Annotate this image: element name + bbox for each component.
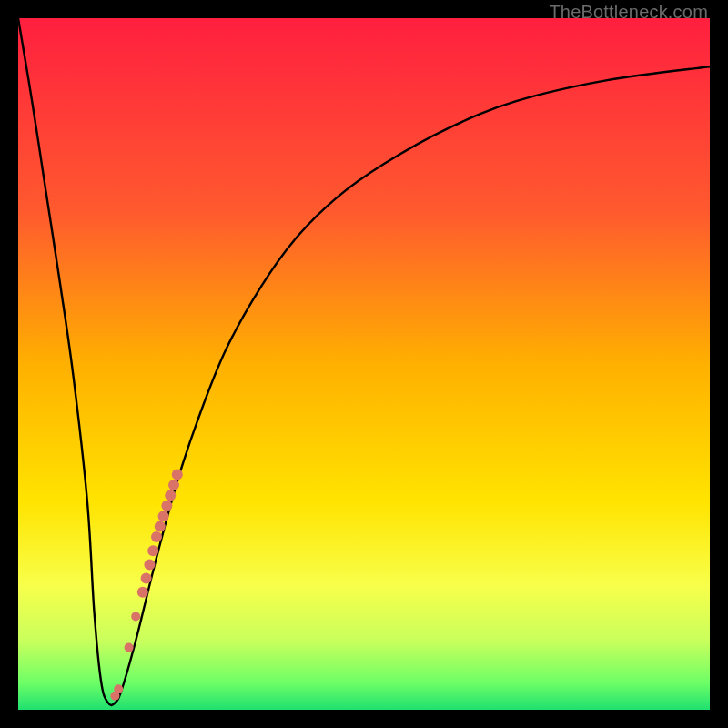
marker-point xyxy=(114,684,123,693)
marker-point xyxy=(147,545,158,556)
marker-point xyxy=(158,511,169,521)
marker-point xyxy=(137,587,148,598)
marker-point xyxy=(165,490,176,500)
marker-point xyxy=(144,559,155,570)
marker-point xyxy=(131,612,140,621)
marker-point xyxy=(141,573,152,584)
chart-svg xyxy=(18,18,710,710)
plot-area xyxy=(18,18,710,710)
gradient-background xyxy=(18,18,710,710)
marker-point xyxy=(172,470,183,480)
chart-frame: TheBottleneck.com xyxy=(0,0,728,728)
marker-point xyxy=(125,643,134,652)
marker-point xyxy=(168,480,179,490)
marker-point xyxy=(161,500,172,511)
marker-point xyxy=(151,531,162,542)
marker-point xyxy=(155,521,166,532)
